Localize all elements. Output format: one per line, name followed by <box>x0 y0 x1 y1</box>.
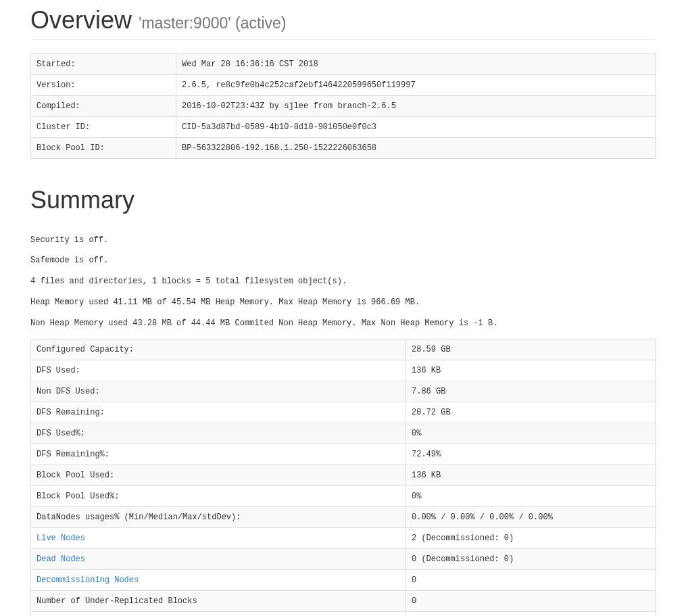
info-line: 4 files and directories, 1 blocks = 5 to… <box>30 276 656 287</box>
page-title-sub: 'master:9000' (active) <box>139 14 286 32</box>
overview-label: Cluster ID: <box>31 116 176 137</box>
info-line: Safemode is off. <box>30 255 656 266</box>
summary-link[interactable]: Dead Nodes <box>36 554 85 564</box>
summary-label: DFS Used%: <box>31 423 406 444</box>
summary-label: DFS Used: <box>31 360 406 381</box>
overview-table: Started:Wed Mar 28 16:36:16 CST 2018Vers… <box>30 53 656 159</box>
summary-value: 0.00% / 0.00% / 0.00% / 0.00% <box>406 506 656 527</box>
summary-value: 28.59 GB <box>406 339 656 360</box>
summary-label[interactable]: Decommissioning Nodes <box>31 569 406 590</box>
summary-value: 0 <box>406 590 656 611</box>
summary-label: Block Pool Used: <box>31 465 406 485</box>
info-line: Non Heap Memory used 43.28 MB of 44.44 M… <box>30 318 656 329</box>
summary-value: 72.49% <box>406 444 656 465</box>
overview-label: Started: <box>31 53 176 74</box>
summary-value: 136 KB <box>406 465 656 485</box>
page-title-main: Overview <box>30 6 132 34</box>
summary-link[interactable]: Decommissioning Nodes <box>36 575 139 585</box>
info-line: Security is off. <box>30 235 656 246</box>
summary-label: Non DFS Used: <box>31 381 406 402</box>
table-row: DFS Remaining:20.72 GB <box>31 402 656 423</box>
summary-label[interactable]: Dead Nodes <box>31 548 406 569</box>
table-row: Number of Blocks Pending Deletion0 <box>31 611 656 616</box>
table-row: Decommissioning Nodes0 <box>31 569 656 590</box>
info-line: Heap Memory used 41.11 MB of 45.54 MB He… <box>30 297 656 308</box>
summary-label: DFS Remaining%: <box>31 444 406 465</box>
summary-value: 0% <box>406 423 656 444</box>
summary-value: 20.72 GB <box>406 402 656 423</box>
summary-value: 136 KB <box>406 360 656 381</box>
table-row: Number of Under-Replicated Blocks0 <box>31 590 656 611</box>
table-row: Configured Capacity:28.59 GB <box>31 339 656 360</box>
table-row: Version:2.6.5, re8c9fe0b4c252caf2ebf1464… <box>31 74 656 95</box>
summary-label[interactable]: Live Nodes <box>31 527 406 548</box>
summary-label: Configured Capacity: <box>31 339 406 360</box>
table-row: Block Pool Used:136 KB <box>31 465 656 485</box>
table-row: Started:Wed Mar 28 16:36:16 CST 2018 <box>31 53 656 74</box>
table-row: DFS Used:136 KB <box>31 360 656 381</box>
table-row: Cluster ID:CID-5a3d87bd-0589-4b10-8d10-9… <box>31 116 656 137</box>
summary-label: Number of Under-Replicated Blocks <box>31 590 406 611</box>
overview-label: Compiled: <box>31 95 176 116</box>
summary-value: 0 (Decommissioned: 0) <box>406 548 656 569</box>
summary-value: 0 <box>406 611 656 616</box>
summary-value: 2 (Decommissioned: 0) <box>406 527 656 548</box>
overview-label: Version: <box>31 74 176 95</box>
summary-label: DFS Remaining: <box>31 402 406 423</box>
table-row: DFS Remaining%:72.49% <box>31 444 656 465</box>
table-row: DFS Used%:0% <box>31 423 656 444</box>
overview-value: BP-563322806-192.168.1.250-1522226063658 <box>176 137 656 158</box>
summary-value: 0% <box>406 485 656 506</box>
overview-value: Wed Mar 28 16:36:16 CST 2018 <box>176 53 656 74</box>
summary-info-block: Security is off.Safemode is off.4 files … <box>30 235 656 329</box>
summary-heading: Summary <box>30 186 656 214</box>
page-header: Overview 'master:9000' (active) <box>30 7 656 40</box>
table-row: Dead Nodes0 (Decommissioned: 0) <box>31 548 656 569</box>
page-title: Overview 'master:9000' (active) <box>30 7 656 34</box>
table-row: Compiled:2016-10-02T23:43Z by sjlee from… <box>31 95 656 116</box>
summary-value: 0 <box>406 569 656 590</box>
overview-value: 2016-10-02T23:43Z by sjlee from branch-2… <box>176 95 656 116</box>
table-row: Live Nodes2 (Decommissioned: 0) <box>31 527 656 548</box>
summary-link[interactable]: Live Nodes <box>36 534 85 543</box>
summary-label: DataNodes usages% (Min/Median/Max/stdDev… <box>31 506 406 527</box>
summary-table: Configured Capacity:28.59 GBDFS Used:136… <box>30 339 656 616</box>
overview-label: Block Pool ID: <box>31 137 176 158</box>
table-row: DataNodes usages% (Min/Median/Max/stdDev… <box>31 506 656 527</box>
overview-value: CID-5a3d87bd-0589-4b10-8d10-901050e0f0c3 <box>176 116 656 137</box>
table-row: Block Pool Used%:0% <box>31 485 656 506</box>
table-row: Non DFS Used:7.86 GB <box>31 381 656 402</box>
summary-label: Number of Blocks Pending Deletion <box>31 611 406 616</box>
summary-value: 7.86 GB <box>406 381 656 402</box>
table-row: Block Pool ID:BP-563322806-192.168.1.250… <box>31 137 656 158</box>
summary-label: Block Pool Used%: <box>31 485 406 506</box>
overview-value: 2.6.5, re8c9fe0b4c252caf2ebf146422059965… <box>176 74 656 95</box>
